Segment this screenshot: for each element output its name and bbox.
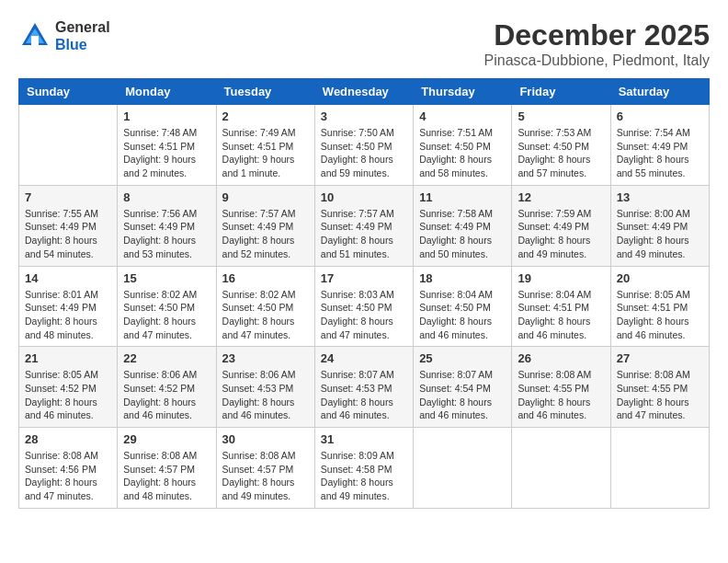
day-info: Sunrise: 7:57 AM Sunset: 4:49 PM Dayligh… <box>222 207 309 261</box>
daylight-text: Daylight: 8 hours and 46 minutes. <box>518 396 590 421</box>
daylight-text: Daylight: 8 hours and 49 minutes. <box>321 477 393 501</box>
day-number: 23 <box>222 351 309 365</box>
sunrise-text: Sunrise: 8:05 AM <box>25 369 98 380</box>
day-info: Sunrise: 8:00 AM Sunset: 4:49 PM Dayligh… <box>617 207 703 261</box>
day-number: 16 <box>222 271 309 285</box>
day-info: Sunrise: 7:54 AM Sunset: 4:49 PM Dayligh… <box>617 126 703 180</box>
day-number: 8 <box>123 190 210 204</box>
calendar-cell: 6 Sunrise: 7:54 AM Sunset: 4:49 PM Dayli… <box>610 105 709 186</box>
calendar-cell: 7 Sunrise: 7:55 AM Sunset: 4:49 PM Dayli… <box>19 185 118 266</box>
sunset-text: Sunset: 4:51 PM <box>617 302 688 313</box>
sunset-text: Sunset: 4:56 PM <box>25 464 97 475</box>
sunrise-text: Sunrise: 7:57 AM <box>321 208 394 219</box>
sunrise-text: Sunrise: 8:03 AM <box>321 289 394 300</box>
day-info: Sunrise: 8:02 AM Sunset: 4:50 PM Dayligh… <box>222 288 309 342</box>
daylight-text: Daylight: 8 hours and 57 minutes. <box>518 154 590 178</box>
daylight-text: Daylight: 8 hours and 53 minutes. <box>123 235 196 259</box>
day-info: Sunrise: 8:08 AM Sunset: 4:57 PM Dayligh… <box>123 449 210 503</box>
day-number: 30 <box>222 432 309 446</box>
sunrise-text: Sunrise: 8:00 AM <box>617 208 690 219</box>
day-number: 3 <box>321 109 407 123</box>
day-number: 11 <box>419 190 506 204</box>
daylight-text: Daylight: 8 hours and 47 minutes. <box>25 477 97 501</box>
day-info: Sunrise: 7:49 AM Sunset: 4:51 PM Dayligh… <box>222 126 309 180</box>
sunset-text: Sunset: 4:52 PM <box>123 383 195 394</box>
day-number: 15 <box>123 271 210 285</box>
calendar-week-row: 1 Sunrise: 7:48 AM Sunset: 4:51 PM Dayli… <box>19 105 710 186</box>
sunrise-text: Sunrise: 7:59 AM <box>518 208 591 219</box>
sunset-text: Sunset: 4:51 PM <box>222 141 294 152</box>
sunrise-text: Sunrise: 8:08 AM <box>123 450 197 461</box>
sunset-text: Sunset: 4:50 PM <box>123 302 195 313</box>
calendar-week-row: 14 Sunrise: 8:01 AM Sunset: 4:49 PM Dayl… <box>19 266 710 347</box>
sunrise-text: Sunrise: 7:56 AM <box>123 208 197 219</box>
day-info: Sunrise: 8:06 AM Sunset: 4:52 PM Dayligh… <box>123 368 210 422</box>
calendar-cell: 10 Sunrise: 7:57 AM Sunset: 4:49 PM Dayl… <box>314 185 413 266</box>
calendar-cell: 22 Sunrise: 8:06 AM Sunset: 4:52 PM Dayl… <box>118 347 216 428</box>
day-number: 13 <box>617 190 703 204</box>
calendar-cell: 31 Sunrise: 8:09 AM Sunset: 4:58 PM Dayl… <box>314 428 413 509</box>
daylight-text: Daylight: 8 hours and 47 minutes. <box>222 316 295 340</box>
sunset-text: Sunset: 4:51 PM <box>123 141 195 152</box>
day-number: 2 <box>222 109 309 123</box>
day-number: 29 <box>123 432 210 446</box>
day-number: 6 <box>617 109 703 123</box>
sunrise-text: Sunrise: 7:51 AM <box>419 127 493 138</box>
calendar-cell: 17 Sunrise: 8:03 AM Sunset: 4:50 PM Dayl… <box>314 266 413 347</box>
calendar-cell: 15 Sunrise: 8:02 AM Sunset: 4:50 PM Dayl… <box>118 266 216 347</box>
day-info: Sunrise: 8:08 AM Sunset: 4:56 PM Dayligh… <box>25 449 111 503</box>
sunrise-text: Sunrise: 8:08 AM <box>222 450 296 461</box>
sunset-text: Sunset: 4:49 PM <box>123 221 195 232</box>
calendar-cell <box>19 105 118 186</box>
daylight-text: Daylight: 8 hours and 46 minutes. <box>321 396 393 421</box>
page-title: December 2025 <box>484 18 710 52</box>
calendar-cell: 19 Sunrise: 8:04 AM Sunset: 4:51 PM Dayl… <box>512 266 610 347</box>
sunset-text: Sunset: 4:57 PM <box>222 464 294 475</box>
calendar-cell: 9 Sunrise: 7:57 AM Sunset: 4:49 PM Dayli… <box>216 185 314 266</box>
day-number: 7 <box>25 190 111 204</box>
sunset-text: Sunset: 4:50 PM <box>419 141 491 152</box>
day-info: Sunrise: 8:05 AM Sunset: 4:51 PM Dayligh… <box>617 288 703 342</box>
page-header: General Blue December 2025 Pinasca-Dubbi… <box>18 18 710 69</box>
daylight-text: Daylight: 8 hours and 50 minutes. <box>419 235 492 259</box>
daylight-text: Daylight: 8 hours and 48 minutes. <box>123 477 196 501</box>
sunset-text: Sunset: 4:55 PM <box>617 383 688 394</box>
sunrise-text: Sunrise: 8:04 AM <box>518 289 591 300</box>
calendar-cell: 16 Sunrise: 8:02 AM Sunset: 4:50 PM Dayl… <box>216 266 314 347</box>
day-number: 14 <box>25 271 111 285</box>
sunset-text: Sunset: 4:53 PM <box>321 383 392 394</box>
title-block: December 2025 Pinasca-Dubbione, Piedmont… <box>484 18 710 69</box>
sunset-text: Sunset: 4:54 PM <box>419 383 491 394</box>
calendar-week-row: 7 Sunrise: 7:55 AM Sunset: 4:49 PM Dayli… <box>19 185 710 266</box>
day-number: 4 <box>419 109 506 123</box>
sunset-text: Sunset: 4:49 PM <box>419 221 491 232</box>
logo-blue-text: Blue <box>55 36 110 53</box>
day-info: Sunrise: 8:03 AM Sunset: 4:50 PM Dayligh… <box>321 288 407 342</box>
daylight-text: Daylight: 8 hours and 46 minutes. <box>518 316 590 340</box>
calendar-cell: 25 Sunrise: 8:07 AM Sunset: 4:54 PM Dayl… <box>414 347 512 428</box>
calendar-cell: 4 Sunrise: 7:51 AM Sunset: 4:50 PM Dayli… <box>414 105 512 186</box>
sunset-text: Sunset: 4:58 PM <box>321 464 392 475</box>
day-number: 28 <box>25 432 111 446</box>
daylight-text: Daylight: 8 hours and 49 minutes. <box>222 477 295 501</box>
daylight-text: Daylight: 8 hours and 46 minutes. <box>617 316 689 340</box>
day-info: Sunrise: 7:56 AM Sunset: 4:49 PM Dayligh… <box>123 207 210 261</box>
day-number: 12 <box>518 190 604 204</box>
day-number: 21 <box>25 351 111 365</box>
daylight-text: Daylight: 8 hours and 47 minutes. <box>321 316 393 340</box>
day-info: Sunrise: 8:04 AM Sunset: 4:50 PM Dayligh… <box>419 288 506 342</box>
calendar-cell: 3 Sunrise: 7:50 AM Sunset: 4:50 PM Dayli… <box>314 105 413 186</box>
daylight-text: Daylight: 8 hours and 48 minutes. <box>25 316 97 340</box>
calendar-week-row: 28 Sunrise: 8:08 AM Sunset: 4:56 PM Dayl… <box>19 428 710 509</box>
calendar-cell: 11 Sunrise: 7:58 AM Sunset: 4:49 PM Dayl… <box>414 185 512 266</box>
calendar-cell: 27 Sunrise: 8:08 AM Sunset: 4:55 PM Dayl… <box>610 347 709 428</box>
daylight-text: Daylight: 8 hours and 54 minutes. <box>25 235 97 259</box>
day-info: Sunrise: 7:57 AM Sunset: 4:49 PM Dayligh… <box>321 207 407 261</box>
logo: General Blue <box>18 18 110 53</box>
calendar-header-saturday: Saturday <box>610 79 709 105</box>
day-number: 10 <box>321 190 407 204</box>
day-number: 20 <box>617 271 703 285</box>
daylight-text: Daylight: 8 hours and 52 minutes. <box>222 235 295 259</box>
day-info: Sunrise: 8:01 AM Sunset: 4:49 PM Dayligh… <box>25 288 111 342</box>
daylight-text: Daylight: 9 hours and 2 minutes. <box>123 154 196 178</box>
